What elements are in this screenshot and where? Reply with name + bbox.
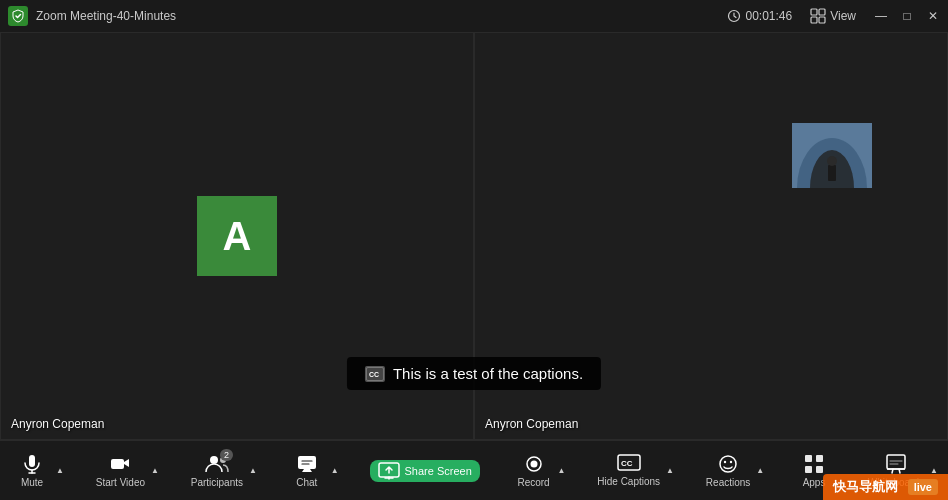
- captions-icon: CC: [617, 454, 641, 474]
- mute-group: Mute ▲: [8, 449, 66, 492]
- chat-label: Chat: [296, 477, 317, 488]
- captions-group: CC Hide Captions ▲: [591, 450, 676, 491]
- chat-group: Chat ▲: [283, 449, 341, 492]
- svg-point-30: [730, 461, 732, 463]
- svg-rect-3: [811, 17, 817, 23]
- svg-rect-12: [29, 455, 35, 467]
- share-screen-icon: Share Screen: [370, 460, 479, 482]
- svg-rect-4: [819, 17, 825, 23]
- participant-name-left: Anyron Copeman: [11, 417, 104, 431]
- reactions-label: Reactions: [706, 477, 750, 488]
- captions-button[interactable]: CC Hide Captions: [591, 450, 666, 491]
- participant-avatar: A: [197, 196, 277, 276]
- svg-text:CC: CC: [621, 459, 633, 468]
- svg-point-29: [724, 461, 726, 463]
- video-chevron[interactable]: ▲: [149, 462, 161, 479]
- captions-label: Hide Captions: [597, 476, 660, 487]
- chat-button[interactable]: Chat: [283, 449, 331, 492]
- mute-icon: [21, 453, 43, 475]
- svg-point-16: [210, 456, 218, 464]
- whiteboards-icon: [885, 453, 907, 475]
- svg-rect-33: [805, 466, 812, 473]
- video-button[interactable]: Start Video: [90, 449, 151, 492]
- close-button[interactable]: ✕: [926, 9, 940, 23]
- svg-point-28: [720, 456, 736, 472]
- mute-chevron[interactable]: ▲: [54, 462, 66, 479]
- caption-bar: CC This is a test of the captions.: [347, 357, 601, 390]
- svg-rect-32: [816, 455, 823, 462]
- video-group: Start Video ▲: [90, 449, 161, 492]
- svg-rect-2: [819, 9, 825, 15]
- caption-text: This is a test of the captions.: [393, 365, 583, 382]
- svg-rect-34: [816, 466, 823, 473]
- participant-name-right: Anyron Copeman: [485, 417, 578, 431]
- participants-icon: 2: [205, 453, 229, 475]
- mute-label: Mute: [21, 477, 43, 488]
- video-icon: [109, 453, 131, 475]
- svg-text:CC: CC: [369, 371, 379, 378]
- share-screen-group: Share Screen: [364, 456, 485, 486]
- participants-group: 2 Participants ▲: [185, 449, 259, 492]
- caption-icon: CC: [365, 366, 385, 382]
- svg-point-9: [827, 156, 837, 166]
- maximize-button[interactable]: □: [900, 9, 914, 23]
- captions-chevron[interactable]: ▲: [664, 462, 676, 479]
- minimize-button[interactable]: —: [874, 9, 888, 23]
- svg-line-37: [892, 469, 893, 473]
- chat-icon: [296, 453, 318, 475]
- svg-rect-31: [805, 455, 812, 462]
- meeting-timer: 00:01:46: [727, 9, 792, 23]
- participants-label: Participants: [191, 477, 243, 488]
- participant-count: 2: [220, 449, 233, 461]
- svg-rect-1: [811, 9, 817, 15]
- title-bar-left: Zoom Meeting-40-Minutes: [8, 6, 176, 26]
- record-button[interactable]: Record: [510, 449, 558, 492]
- watermark: 快马导航网 live: [823, 474, 948, 500]
- title-bar: Zoom Meeting-40-Minutes 00:01:46 View — …: [0, 0, 948, 32]
- title-bar-controls: 00:01:46 View — □ ✕: [727, 6, 940, 26]
- participants-button[interactable]: 2 Participants: [185, 449, 249, 492]
- video-feed: [792, 123, 872, 188]
- apps-label: Apps: [803, 477, 826, 488]
- record-icon: [523, 453, 545, 475]
- share-screen-button[interactable]: Share Screen: [364, 456, 485, 486]
- reactions-button[interactable]: Reactions: [700, 449, 756, 492]
- reactions-icon: [717, 453, 739, 475]
- record-label: Record: [517, 477, 549, 488]
- record-group: Record ▲: [510, 449, 568, 492]
- mute-button[interactable]: Mute: [8, 449, 56, 492]
- share-screen-label: Share Screen: [404, 465, 471, 477]
- record-chevron[interactable]: ▲: [556, 462, 568, 479]
- video-thumbnail: [792, 123, 872, 188]
- svg-point-25: [530, 461, 537, 468]
- svg-rect-8: [828, 165, 836, 181]
- reactions-chevron[interactable]: ▲: [754, 462, 766, 479]
- view-button[interactable]: View: [804, 6, 862, 26]
- svg-line-38: [899, 469, 900, 473]
- zoom-shield-icon: [8, 6, 28, 26]
- chat-chevron[interactable]: ▲: [329, 462, 341, 479]
- svg-rect-35: [887, 455, 905, 469]
- video-label: Start Video: [96, 477, 145, 488]
- toolbar: Mute ▲ Start Video ▲: [0, 440, 948, 500]
- svg-rect-18: [298, 456, 316, 469]
- video-area: A Anyron Copeman Anyron Copeman: [0, 32, 948, 440]
- reactions-group: Reactions ▲: [700, 449, 766, 492]
- apps-icon: [803, 453, 825, 475]
- window-title: Zoom Meeting-40-Minutes: [36, 9, 176, 23]
- svg-rect-15: [111, 459, 124, 469]
